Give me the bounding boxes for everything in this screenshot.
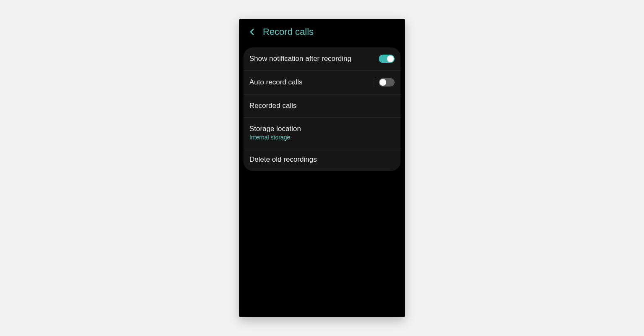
setting-text: Auto record calls: [249, 78, 303, 87]
settings-card: Show notification after recording Auto r…: [243, 47, 401, 171]
setting-text: Storage location Internal storage: [249, 125, 301, 141]
toggle-show-notification[interactable]: [379, 55, 395, 63]
setting-recorded-calls[interactable]: Recorded calls: [243, 94, 401, 118]
header: Record calls: [239, 19, 405, 43]
setting-text: Show notification after recording: [249, 55, 351, 63]
toggle-knob: [387, 55, 394, 62]
toggle-knob: [380, 79, 386, 86]
phone-screen: Record calls Show notification after rec…: [239, 19, 405, 317]
setting-label: Recorded calls: [249, 102, 296, 110]
setting-show-notification[interactable]: Show notification after recording: [243, 47, 401, 71]
divider-vertical: [375, 78, 375, 87]
setting-label: Storage location: [249, 125, 301, 133]
page-title: Record calls: [263, 26, 314, 37]
setting-label: Auto record calls: [249, 78, 303, 87]
toggle-auto-record[interactable]: [379, 78, 395, 87]
setting-delete-old[interactable]: Delete old recordings: [243, 148, 401, 171]
setting-label: Show notification after recording: [249, 55, 351, 63]
setting-text: Delete old recordings: [249, 155, 317, 164]
setting-auto-record[interactable]: Auto record calls: [243, 71, 401, 94]
setting-subtext: Internal storage: [249, 134, 301, 141]
toggle-wrapper: [375, 78, 395, 87]
back-icon[interactable]: [248, 28, 256, 36]
setting-text: Recorded calls: [249, 102, 296, 110]
setting-storage-location[interactable]: Storage location Internal storage: [243, 118, 401, 148]
setting-label: Delete old recordings: [249, 155, 317, 164]
